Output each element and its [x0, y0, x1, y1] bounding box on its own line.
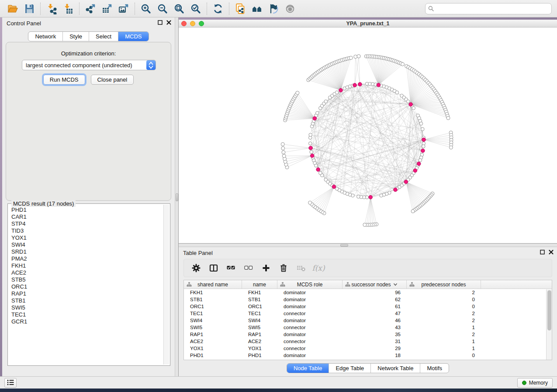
column-header-successor_nodes[interactable]: successor nodes — [343, 280, 407, 289]
tab-network-table[interactable]: Network Table — [371, 364, 420, 373]
mcds-result-item[interactable]: ACE2 — [11, 269, 163, 276]
network-view-titlebar: YPA_prune.txt_1 — [179, 20, 557, 28]
mcds-result-item[interactable]: STB5 — [11, 276, 163, 283]
tab-node-table[interactable]: Node Table — [287, 364, 329, 373]
first-neighbors-icon[interactable] — [249, 2, 265, 16]
save-session-icon[interactable] — [21, 2, 38, 16]
cell-name: RAP1 — [242, 332, 277, 337]
tab-mcds[interactable]: MCDS — [118, 32, 148, 41]
show-hide-columns-icon[interactable] — [206, 261, 221, 275]
mcds-result-item[interactable]: SWI4 — [11, 241, 163, 248]
table-row[interactable]: FKH1FKH1dominator962 — [184, 289, 552, 296]
horizontal-splitter[interactable] — [179, 243, 557, 247]
vertical-splitter-grip[interactable] — [176, 193, 178, 201]
tab-motifs[interactable]: Motifs — [420, 364, 449, 373]
export-image-icon[interactable] — [115, 2, 132, 16]
show-all-icon[interactable] — [282, 2, 298, 16]
mcds-result-item[interactable]: STB1 — [11, 297, 163, 304]
memory-button[interactable]: Memory — [517, 378, 553, 388]
mcds-result-item[interactable]: YOX1 — [11, 234, 163, 241]
mcds-result-item[interactable]: TEC1 — [11, 311, 163, 318]
select-all-rows-icon[interactable] — [223, 261, 239, 275]
hide-selected-icon[interactable] — [265, 2, 282, 16]
export-table-icon[interactable] — [99, 2, 115, 16]
zoom-fit-icon[interactable] — [171, 2, 187, 16]
update-network-icon[interactable] — [210, 2, 226, 16]
mcds-result-title: MCDS result (17 nodes) — [11, 200, 76, 207]
new-network-from-selection-icon[interactable] — [232, 2, 249, 16]
open-file-icon[interactable] — [4, 2, 21, 16]
table-row[interactable]: RAP1RAP1dominator352 — [184, 331, 552, 338]
tab-style[interactable]: Style — [63, 32, 89, 41]
mcds-result-item[interactable]: SRD1 — [11, 248, 163, 255]
table-row[interactable]: TEC1TEC1connector472 — [184, 310, 552, 317]
control-panel-header: Control Panel — [2, 17, 175, 29]
mcds-result-scrollbar[interactable] — [163, 205, 169, 364]
import-table-icon[interactable] — [60, 2, 76, 16]
task-history-button[interactable] — [4, 378, 17, 388]
cell-predecessor_nodes: 2 — [407, 290, 481, 295]
mcds-result-item[interactable]: GCR1 — [11, 318, 163, 325]
zoom-selected-icon[interactable] — [187, 2, 204, 16]
column-header-name[interactable]: name — [242, 280, 277, 289]
task-list-icon — [7, 378, 14, 388]
tab-select[interactable]: Select — [89, 32, 118, 41]
mcds-result-item[interactable]: TID3 — [11, 227, 163, 234]
optimization-criterion-select[interactable]: largest connected component (undirected) — [22, 60, 156, 70]
tab-edge-table[interactable]: Edge Table — [329, 364, 371, 373]
apply-function-icon: f(x) — [311, 261, 326, 275]
table-scrollbar[interactable] — [546, 289, 552, 360]
cell-shared_name: SWI5 — [184, 325, 242, 330]
table-scrollbar-thumb[interactable] — [547, 290, 551, 330]
zoom-in-icon[interactable] — [138, 2, 154, 16]
mcds-result-item[interactable]: RAP1 — [11, 290, 163, 297]
column-header-predecessor_nodes[interactable]: predecessor nodes — [407, 280, 481, 289]
cell-name: FKH1 — [242, 290, 277, 295]
close-panel-icon[interactable] — [549, 249, 554, 256]
cell-predecessor_nodes: 2 — [407, 311, 481, 316]
mcds-result-item[interactable]: PMA2 — [11, 255, 163, 262]
cell-shared_name: FKH1 — [184, 290, 242, 295]
table-row[interactable]: PHD1PHD1dominator180 — [184, 352, 552, 359]
cell-predecessor_nodes: 2 — [407, 318, 481, 323]
node-table-header: shared namenameMCDS rolesuccessor nodesp… — [184, 280, 552, 289]
vertical-splitter[interactable] — [175, 17, 179, 376]
cell-successor_nodes: 61 — [343, 304, 407, 309]
table-row[interactable]: STB1STB1dominator620 — [184, 296, 552, 303]
table-row[interactable]: SWI5SWI5connector431 — [184, 324, 552, 331]
network-canvas[interactable] — [179, 28, 557, 243]
delete-columns-icon[interactable] — [276, 261, 291, 275]
create-column-icon[interactable] — [258, 261, 274, 275]
cell-mcds_role: dominator — [277, 297, 343, 302]
table-row[interactable]: SWI4SWI4dominator462 — [184, 317, 552, 324]
table-row[interactable]: ACE2ACE2connector311 — [184, 338, 552, 345]
search-icon — [428, 6, 434, 13]
close-panel-icon[interactable] — [166, 20, 171, 26]
horizontal-splitter-grip[interactable] — [340, 244, 348, 247]
export-network-icon[interactable] — [82, 2, 99, 16]
run-mcds-button[interactable]: Run MCDS — [43, 75, 85, 85]
mcds-result-item[interactable]: FKH1 — [11, 262, 163, 269]
mcds-result-item[interactable]: STP4 — [11, 220, 163, 227]
float-panel-icon[interactable] — [158, 20, 163, 26]
table-row[interactable]: ORC1ORC1dominator610 — [184, 303, 552, 310]
tab-network[interactable]: Network — [28, 32, 63, 41]
table-options-icon[interactable] — [188, 261, 204, 275]
search-input[interactable] — [425, 3, 552, 14]
mcds-result-item[interactable]: ORC1 — [11, 283, 163, 290]
column-header-shared_name[interactable]: shared name — [184, 280, 242, 289]
table-row[interactable]: YOX1YOX1connector291 — [184, 345, 552, 352]
mcds-result-item[interactable]: CAR1 — [11, 213, 163, 220]
close-panel-button[interactable]: Close panel — [91, 75, 134, 85]
mcds-result-item[interactable]: SWI5 — [11, 304, 163, 311]
mcds-result-item[interactable]: PHD1 — [11, 206, 163, 213]
deselect-all-rows-icon[interactable] — [241, 261, 256, 275]
float-panel-icon[interactable] — [540, 249, 545, 256]
cell-predecessor_nodes: 0 — [407, 353, 481, 358]
import-network-icon[interactable] — [43, 2, 60, 16]
cell-successor_nodes: 18 — [343, 353, 407, 358]
zoom-out-icon[interactable] — [154, 2, 171, 16]
cytoscape-window: Control Panel NetworkStyleSelectMCDS Opt… — [0, 0, 557, 389]
column-header-mcds_role[interactable]: MCDS role — [277, 280, 343, 289]
cell-mcds_role: dominator — [277, 332, 343, 337]
